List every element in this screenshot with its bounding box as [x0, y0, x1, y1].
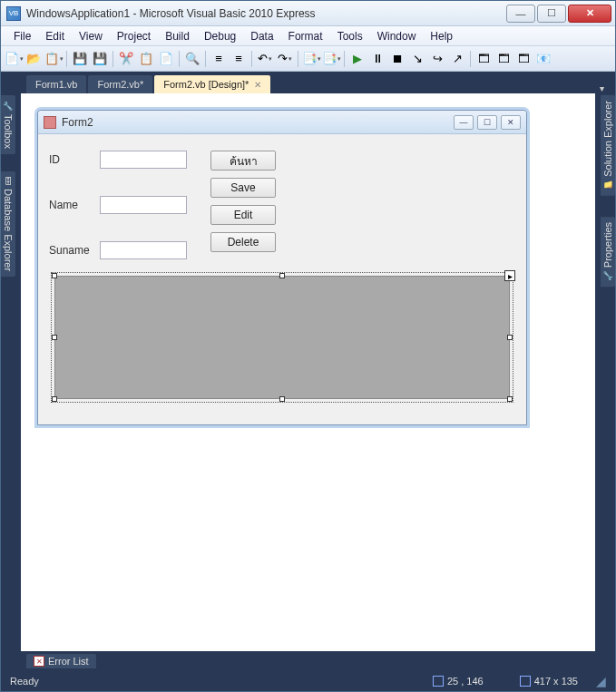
stop-button[interactable]: ⏹: [388, 50, 406, 68]
close-icon[interactable]: ✕: [254, 80, 261, 90]
database-explorer-tab[interactable]: 🗄Database Explorer: [1, 171, 15, 277]
menu-view[interactable]: View: [72, 28, 110, 44]
wrench-icon: 🔧: [603, 271, 612, 281]
platform-button[interactable]: 📑: [322, 50, 340, 68]
tab-form2-vb[interactable]: Form2.vb*: [88, 75, 152, 93]
resize-handle-bl[interactable]: [52, 396, 57, 402]
menu-window[interactable]: Window: [370, 28, 424, 44]
search-button[interactable]: ค้นหา: [210, 151, 276, 171]
resize-handle-tl[interactable]: [52, 273, 57, 278]
name-label: Name: [49, 199, 100, 211]
resize-handle-mr[interactable]: [507, 335, 513, 340]
resize-handle-br[interactable]: [507, 396, 513, 402]
find-button[interactable]: 🔍: [183, 50, 201, 68]
undo-button[interactable]: ↶: [256, 50, 274, 68]
resize-handle-bm[interactable]: [279, 396, 285, 402]
minimize-button[interactable]: —: [506, 5, 535, 23]
id-input[interactable]: [100, 151, 187, 169]
window-button-1[interactable]: 🗔: [474, 50, 493, 68]
window-button-2[interactable]: 🗔: [494, 50, 513, 68]
pause-button[interactable]: ⏸: [368, 50, 386, 68]
designer-surface[interactable]: Form2 — ☐ ✕ ID: [21, 93, 595, 651]
step-out-button[interactable]: ↗: [448, 50, 466, 68]
tab-overflow-button[interactable]: ▾: [600, 83, 608, 93]
form2-window[interactable]: Form2 — ☐ ✕ ID: [37, 110, 527, 425]
bottom-tool-strip: ✕ Error List: [1, 651, 615, 671]
menu-help[interactable]: Help: [423, 28, 460, 44]
menu-tools[interactable]: Tools: [330, 28, 370, 44]
cut-button[interactable]: ✂️: [117, 50, 135, 68]
uncomment-button[interactable]: ≡: [230, 50, 248, 68]
titlebar[interactable]: VB WindowsApplication1 - Microsoft Visua…: [1, 1, 615, 26]
suname-label: Suname: [49, 244, 100, 257]
db-icon: 🗄: [4, 177, 13, 185]
menu-format[interactable]: Format: [281, 28, 330, 44]
resize-handle-ml[interactable]: [52, 335, 57, 340]
folder-icon: 📁: [603, 180, 612, 190]
tab-form1-vb[interactable]: Form1.vb: [26, 75, 86, 93]
menu-project[interactable]: Project: [110, 28, 158, 44]
step-over-button[interactable]: ↪: [428, 50, 446, 68]
menu-build[interactable]: Build: [158, 28, 197, 44]
properties-tab[interactable]: 🔧Properties: [601, 217, 615, 287]
edit-button[interactable]: Edit: [210, 205, 276, 225]
app-window: VB WindowsApplication1 - Microsoft Visua…: [0, 0, 616, 692]
error-list-tab[interactable]: ✕ Error List: [26, 654, 96, 668]
tab-form2-design[interactable]: Form2.vb [Design]*✕: [154, 75, 270, 93]
position-indicator: 25 , 146: [433, 676, 484, 687]
form-maximize-button[interactable]: ☐: [477, 115, 497, 130]
status-text: Ready: [10, 676, 39, 687]
maximize-button[interactable]: ☐: [537, 5, 566, 23]
menu-edit[interactable]: Edit: [38, 28, 72, 44]
copy-button[interactable]: 📋: [137, 50, 155, 68]
form-minimize-button[interactable]: —: [454, 115, 474, 130]
window-title: WindowsApplication1 - Microsoft Visual B…: [26, 7, 504, 20]
start-debug-button[interactable]: ▶: [348, 50, 367, 68]
paste-button[interactable]: 📄: [157, 50, 175, 68]
size-indicator: 417 x 135: [520, 676, 578, 687]
save-form-button[interactable]: Save: [210, 178, 276, 198]
form2-body: ID Name Suname: [38, 134, 526, 424]
suname-input[interactable]: [100, 241, 187, 259]
close-button[interactable]: ✕: [568, 5, 611, 23]
save-button[interactable]: 💾: [71, 50, 89, 68]
add-item-button[interactable]: 📋: [44, 50, 63, 68]
separator: [251, 51, 252, 67]
resize-handle-tm[interactable]: [279, 273, 285, 278]
toolbox-tab[interactable]: 🔧Toolbox: [1, 95, 15, 154]
form2-titlebar[interactable]: Form2 — ☐ ✕: [38, 111, 526, 134]
redo-button[interactable]: ↷: [276, 50, 294, 68]
position-icon: [433, 676, 444, 687]
open-button[interactable]: 📂: [24, 50, 43, 68]
menubar: File Edit View Project Build Debug Data …: [1, 26, 615, 46]
datagrid-selection[interactable]: ▸: [54, 276, 510, 399]
separator: [470, 51, 471, 67]
step-into-button[interactable]: ↘: [408, 50, 426, 68]
form2-title: Form2: [62, 116, 454, 129]
name-input[interactable]: [100, 196, 187, 214]
menu-file[interactable]: File: [6, 28, 38, 44]
window-button-3[interactable]: 🗔: [514, 50, 533, 68]
size-icon: [520, 676, 531, 687]
window-button-4[interactable]: 📧: [534, 50, 552, 68]
form-close-button[interactable]: ✕: [501, 115, 521, 130]
comment-button[interactable]: ≡: [210, 50, 228, 68]
config-button[interactable]: 📑: [302, 50, 320, 68]
menu-debug[interactable]: Debug: [197, 28, 243, 44]
resize-grip[interactable]: ◢: [596, 674, 606, 688]
statusbar: Ready 25 , 146 417 x 135 ◢: [1, 671, 615, 691]
delete-button[interactable]: Delete: [210, 232, 276, 252]
id-label: ID: [49, 153, 100, 166]
new-project-button[interactable]: 📄: [5, 50, 23, 68]
save-all-button[interactable]: 💾: [91, 50, 109, 68]
separator: [179, 51, 180, 67]
toolbar: 📄 📂 📋 💾 💾 ✂️ 📋 📄 🔍 ≡ ≡ ↶ ↷ 📑 📑 ▶ ⏸ ⏹ ↘ ↪…: [1, 46, 615, 72]
document-tabs: Form1.vb Form2.vb* Form2.vb [Design]*✕ ▾: [1, 72, 615, 93]
separator: [205, 51, 206, 67]
smart-tag-button[interactable]: ▸: [504, 270, 515, 281]
separator: [344, 51, 345, 67]
menu-data[interactable]: Data: [243, 28, 280, 44]
solution-explorer-tab[interactable]: 📁Solution Explorer: [601, 95, 615, 196]
error-icon: ✕: [34, 656, 44, 667]
datagridview[interactable]: [54, 276, 510, 399]
